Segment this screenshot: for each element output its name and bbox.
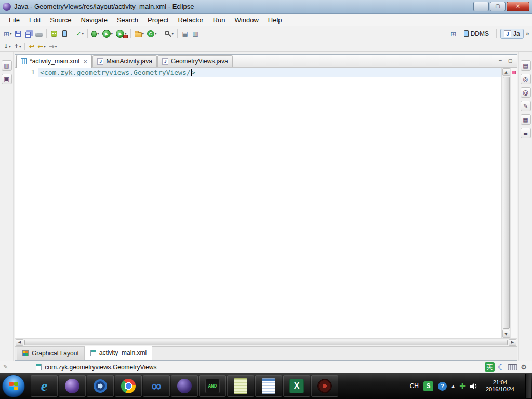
horizontal-scroll-thumb[interactable] xyxy=(24,340,508,345)
show-desktop-button[interactable] xyxy=(525,374,531,398)
debug-button[interactable]: ▾ xyxy=(90,28,101,39)
taskbar-item-purple-tool[interactable] xyxy=(171,375,198,397)
dirty-region-marker[interactable] xyxy=(512,71,516,74)
vertical-scroll-thumb[interactable] xyxy=(503,77,510,329)
menu-navigate[interactable]: Navigate xyxy=(76,15,112,25)
show-hidden-icons-button[interactable]: ▲ xyxy=(451,384,455,389)
overview-ruler[interactable] xyxy=(510,68,517,338)
taskbar-item-blue-tool[interactable] xyxy=(87,375,114,397)
back-button[interactable]: ←▾ xyxy=(36,42,47,51)
save-all-button[interactable] xyxy=(23,28,34,39)
menu-run[interactable]: Run xyxy=(208,15,230,25)
search-view-icon[interactable]: ◎ xyxy=(521,74,531,84)
search-button[interactable]: ▾ xyxy=(163,28,176,39)
perspective-ddms-button[interactable]: DDMS xyxy=(460,29,493,39)
minimize-view-button[interactable]: ─ xyxy=(496,57,504,65)
ime-moon-icon[interactable]: ☾ xyxy=(498,363,504,372)
fast-view-hierarchy-icon[interactable]: ▣ xyxy=(2,74,12,84)
line-number-ruler[interactable]: 1 xyxy=(22,68,38,338)
ime-mode-badge[interactable]: 英 xyxy=(485,362,495,372)
windows-flag-icon xyxy=(9,382,18,390)
help-tray-icon[interactable]: ? xyxy=(438,382,447,391)
taskbar-clock[interactable]: 21:04 2016/10/24 xyxy=(483,379,517,393)
close-button[interactable]: × xyxy=(507,2,529,11)
android-tool-icon: AND xyxy=(205,379,220,393)
eclipse-logo-icon xyxy=(3,3,11,11)
volume-icon[interactable] xyxy=(470,383,478,390)
chevron-down-icon: ▾ xyxy=(155,32,157,36)
taskbar-item-eclipse[interactable] xyxy=(59,375,86,397)
sdk-manager-button[interactable] xyxy=(49,28,59,39)
open-type-button[interactable]: ▤ xyxy=(180,28,190,39)
language-indicator[interactable]: CH xyxy=(410,382,419,390)
taskbar-item-chrome[interactable] xyxy=(115,375,142,397)
avd-manager-button[interactable] xyxy=(59,28,70,39)
new-java-project-button[interactable]: ▾ xyxy=(133,28,146,39)
toolbar-separator xyxy=(87,29,88,38)
code-line-1[interactable]: <com.zyk.geometryviews.GeometryViews/> xyxy=(38,68,501,77)
next-annotation-button[interactable]: ↓▾ xyxy=(2,42,12,51)
previous-annotation-button[interactable]: ↑▾ xyxy=(12,42,23,51)
taskbar-item-android-tool[interactable]: AND xyxy=(199,375,226,397)
print-button[interactable] xyxy=(34,28,44,39)
taskbar-item-internet-explorer[interactable]: e xyxy=(31,375,58,397)
maximize-view-button[interactable]: ▢ xyxy=(506,57,514,65)
sogou-tray-icon[interactable]: S xyxy=(423,381,433,391)
chevron-down-icon: ▾ xyxy=(10,32,12,36)
scroll-up-icon[interactable]: ▲ xyxy=(502,68,510,76)
palette-view-icon[interactable]: ▦ xyxy=(521,114,531,125)
toolbar-overflow-chevron[interactable]: » xyxy=(526,30,529,37)
vertical-scrollbar[interactable]: ▲ ▼ xyxy=(501,68,510,338)
menu-source[interactable]: Source xyxy=(45,15,76,25)
save-button[interactable] xyxy=(13,28,23,39)
ime-keyboard-icon[interactable] xyxy=(508,364,517,370)
tab-close-icon[interactable]: × xyxy=(83,59,87,64)
last-edit-location-button[interactable]: ↩ xyxy=(27,42,36,51)
fast-view-package-explorer-icon[interactable]: ▥ xyxy=(2,60,12,71)
scroll-right-icon[interactable]: ▶ xyxy=(509,339,516,346)
menu-file[interactable]: File xyxy=(4,15,24,25)
start-button[interactable] xyxy=(2,375,25,397)
tab-activity-main-xml-source[interactable]: activity_main.xml xyxy=(85,346,152,360)
tab-graphical-layout[interactable]: Graphical Layout xyxy=(17,347,85,360)
scroll-down-icon[interactable]: ▼ xyxy=(502,330,510,338)
problems-view-icon[interactable]: ▤ xyxy=(521,60,531,71)
tab-mainactivity-java[interactable]: J MainActivity.java xyxy=(92,55,156,67)
minimize-button[interactable]: ─ xyxy=(473,2,489,11)
taskbar-item-excel[interactable]: X xyxy=(283,375,310,397)
external-tools-button[interactable]: ▶▾ xyxy=(114,28,128,39)
open-perspective-button[interactable]: ⊞ xyxy=(448,28,459,39)
code-area[interactable]: <com.zyk.geometryviews.GeometryViews/> xyxy=(38,68,501,338)
declaration-view-icon[interactable]: ✎ xyxy=(521,101,531,111)
open-task-button[interactable]: ▥ xyxy=(190,28,201,39)
annotation-ruler[interactable] xyxy=(15,68,22,338)
taskbar-item-notepad-green[interactable] xyxy=(227,375,254,397)
tab-activity-main-xml[interactable]: *activity_main.xml × xyxy=(16,55,92,68)
tab-geometryviews-java[interactable]: J GeometryViews.java xyxy=(157,55,233,67)
taskbar-item-recorder[interactable] xyxy=(311,375,338,397)
menu-refactor[interactable]: Refactor xyxy=(174,15,208,25)
taskbar-item-notepad-blue[interactable] xyxy=(255,375,282,397)
menu-search[interactable]: Search xyxy=(112,15,143,25)
javadoc-view-icon[interactable]: @ xyxy=(521,87,531,98)
new-wizard-button[interactable]: ⊞▾ xyxy=(2,28,13,39)
new-class-button[interactable]: C▾ xyxy=(145,28,158,39)
scroll-left-icon[interactable]: ◀ xyxy=(16,339,23,346)
ime-settings-icon[interactable]: ⚙ xyxy=(521,363,527,371)
chrome-icon xyxy=(121,379,136,393)
taskbar-item-infinity-tool[interactable]: ∞ xyxy=(143,375,170,397)
menu-project[interactable]: Project xyxy=(143,15,173,25)
right-trim-bar: ▤ ◎ @ ✎ ▦ ≡ xyxy=(518,52,532,361)
horizontal-scrollbar[interactable]: ◀ ▶ xyxy=(15,338,517,346)
menu-edit[interactable]: Edit xyxy=(24,15,45,25)
maximize-button[interactable]: ▢ xyxy=(490,2,506,11)
perspective-java-button[interactable]: J Ja xyxy=(500,29,524,39)
mark-occurrences-button[interactable]: ✓▾ xyxy=(74,28,85,39)
menu-help[interactable]: Help xyxy=(263,15,287,25)
run-button[interactable]: ▶▾ xyxy=(101,28,115,39)
next-annotation-icon: ↓ xyxy=(4,43,8,50)
forward-button[interactable]: →▾ xyxy=(47,42,58,51)
menu-window[interactable]: Window xyxy=(230,15,263,25)
safely-remove-icon[interactable]: ✚ xyxy=(459,382,466,390)
properties-view-icon[interactable]: ≡ xyxy=(521,128,531,138)
